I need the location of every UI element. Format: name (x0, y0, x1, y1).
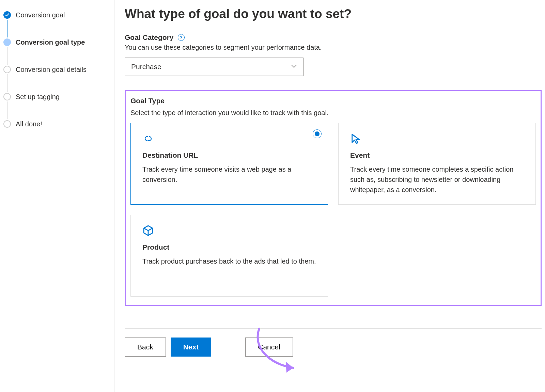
step-label: All done! (16, 120, 42, 128)
chevron-down-icon (291, 64, 297, 70)
goal-type-card-product[interactable]: Product Track product purchases back to … (130, 215, 328, 297)
step-connector (7, 47, 7, 65)
step-label: Conversion goal (16, 11, 65, 19)
card-title: Product (142, 243, 316, 251)
back-button[interactable]: Back (125, 338, 166, 357)
goal-category-label-row: Goal Category ? (125, 33, 185, 42)
goal-type-description: Select the type of interaction you would… (130, 109, 537, 117)
step-label: Conversion goal type (16, 38, 85, 46)
step-conversion-goal-type[interactable]: Conversion goal type (3, 37, 107, 47)
wizard-footer: Back Next Cancel (125, 338, 542, 357)
wizard-steps-sidebar: Conversion goal Conversion goal type Con… (0, 0, 114, 392)
pending-step-dot-icon (3, 120, 11, 128)
step-connector (7, 74, 7, 92)
card-title: Event (350, 151, 524, 159)
card-description: Track product purchases back to the ads … (142, 256, 316, 266)
step-label: Set up tagging (16, 93, 60, 101)
pending-step-dot-icon (3, 66, 11, 73)
card-description: Track every time someone visits a web pa… (142, 164, 316, 185)
page-title: What type of goal do you want to set? (125, 7, 542, 21)
step-label: Conversion goal details (16, 66, 87, 74)
cancel-button[interactable]: Cancel (245, 338, 293, 357)
goal-category-label: Goal Category (125, 33, 174, 42)
pending-step-dot-icon (3, 93, 11, 100)
help-icon[interactable]: ? (178, 34, 185, 41)
link-icon (142, 133, 154, 144)
goal-type-label: Goal Type (130, 97, 537, 105)
goal-type-cards: Destination URL Track every time someone… (129, 123, 537, 297)
step-conversion-goal[interactable]: Conversion goal (3, 10, 107, 20)
check-circle-icon (3, 11, 11, 19)
goal-type-card-destination-url[interactable]: Destination URL Track every time someone… (130, 123, 328, 205)
cursor-icon (350, 133, 362, 144)
current-step-dot-icon (3, 38, 11, 46)
app-wizard: Conversion goal Conversion goal type Con… (0, 0, 545, 392)
card-title: Destination URL (142, 151, 316, 159)
step-connector (7, 101, 7, 119)
goal-category-selected-value: Purchase (131, 63, 161, 71)
package-icon (142, 225, 154, 236)
goal-type-highlight-box: Goal Type Select the type of interaction… (125, 90, 542, 306)
radio-selected-icon (313, 129, 322, 138)
wizard-main-panel: What type of goal do you want to set? Go… (114, 0, 545, 392)
goal-category-section: Goal Category ? You can use these catego… (125, 33, 542, 76)
goal-category-select[interactable]: Purchase (125, 58, 303, 76)
goal-category-description: You can use these categories to segment … (125, 44, 542, 51)
step-connector (7, 20, 7, 37)
step-all-done[interactable]: All done! (3, 119, 107, 129)
footer-divider (125, 328, 542, 329)
card-description: Track every time someone completes a spe… (350, 164, 524, 195)
next-button[interactable]: Next (171, 338, 212, 357)
goal-type-card-event[interactable]: Event Track every time someone completes… (338, 123, 536, 205)
step-conversion-goal-details[interactable]: Conversion goal details (3, 65, 107, 74)
step-set-up-tagging[interactable]: Set up tagging (3, 92, 107, 101)
